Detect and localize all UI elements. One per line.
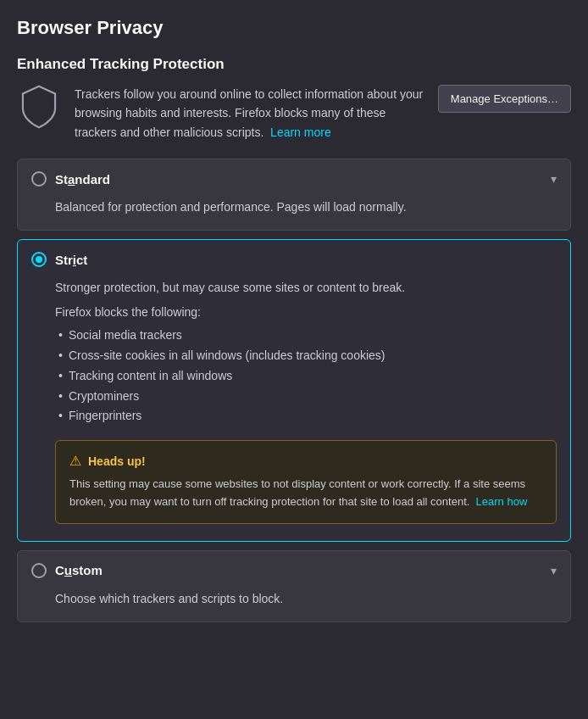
custom-label: Custom [55, 563, 103, 577]
standard-chevron-icon: ▾ [551, 172, 557, 186]
standard-option-header[interactable]: Standard ▾ [18, 159, 570, 198]
warning-text: This setting may cause some websites to … [69, 476, 542, 511]
shield-icon [17, 85, 61, 129]
strict-option-body: Stronger protection, but may cause some … [18, 279, 570, 541]
blocks-list: Social media trackers Cross-site cookies… [55, 326, 557, 426]
page-title: Browser Privacy [17, 17, 571, 39]
list-item: Cryptominers [55, 387, 557, 407]
strict-desc: Stronger protection, but may cause some … [55, 279, 557, 297]
section-title: Enhanced Tracking Protection [17, 56, 571, 73]
strict-header-inner: Strict [31, 252, 557, 267]
warning-box: ⚠ Heads up! This setting may cause some … [55, 440, 557, 524]
learn-how-link[interactable]: Learn how [476, 495, 528, 508]
intro-block: Trackers follow you around online to col… [17, 85, 571, 142]
warning-header: ⚠ Heads up! [69, 453, 542, 469]
custom-desc: Choose which trackers and scripts to blo… [55, 590, 557, 608]
standard-label: Standard [55, 172, 110, 187]
standard-header-inner: Standard [31, 171, 551, 187]
learn-more-link[interactable]: Learn more [270, 125, 331, 139]
strict-radio[interactable] [31, 252, 47, 267]
standard-option-card: Standard ▾ Balanced for protection and p… [17, 159, 571, 231]
custom-header-inner: Custom [31, 563, 551, 578]
custom-option-header[interactable]: Custom ▾ [18, 551, 570, 590]
blocks-label: Firefox blocks the following: [55, 305, 557, 319]
intro-text: Trackers follow you around online to col… [75, 85, 424, 142]
standard-radio[interactable] [31, 171, 47, 187]
manage-exceptions-button[interactable]: Manage Exceptions… [438, 85, 571, 113]
custom-chevron-icon: ▾ [551, 564, 557, 577]
custom-radio[interactable] [31, 563, 47, 578]
strict-option-header[interactable]: Strict [18, 240, 570, 279]
strict-option-card: Strict Stronger protection, but may caus… [17, 239, 571, 542]
warning-triangle-icon: ⚠ [69, 453, 81, 469]
standard-option-body: Balanced for protection and performance.… [18, 198, 570, 230]
list-item: Social media trackers [55, 326, 557, 346]
standard-desc: Balanced for protection and performance.… [55, 198, 557, 216]
list-item: Tracking content in all windows [55, 366, 557, 387]
list-item: Cross-site cookies in all windows (inclu… [55, 346, 557, 366]
strict-label: Strict [55, 253, 87, 267]
list-item: Fingerprinters [55, 406, 557, 426]
custom-option-card: Custom ▾ Choose which trackers and scrip… [17, 550, 571, 622]
custom-option-body: Choose which trackers and scripts to blo… [18, 590, 570, 621]
warning-title: Heads up! [88, 454, 146, 468]
